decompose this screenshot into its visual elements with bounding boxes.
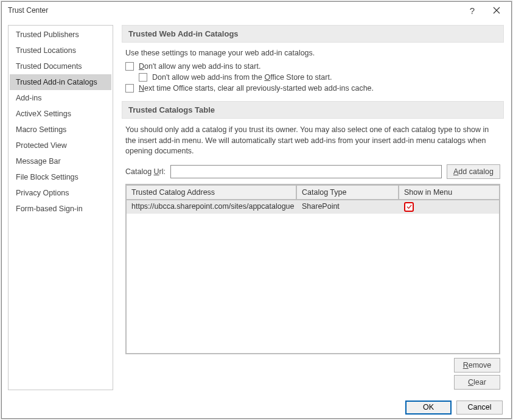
checkbox-dont-allow-addins[interactable]: Don't allow any web add-ins to start. <box>125 61 500 72</box>
col-catalog-type[interactable]: Catalog Type <box>297 186 399 200</box>
remove-button[interactable]: Remove <box>454 358 500 373</box>
sidebar-item-addins[interactable]: Add-ins <box>10 90 111 106</box>
help-button[interactable]: ? <box>460 3 484 18</box>
catalog-url-label: Catalog Url: <box>125 167 166 176</box>
sidebar-item-trusted-addin-catalogs[interactable]: Trusted Add-in Catalogs <box>10 74 111 90</box>
section-body-catalogs: You should only add a catalog if you tru… <box>122 125 504 390</box>
sidebar-item-trusted-locations[interactable]: Trusted Locations <box>10 43 111 58</box>
add-catalog-button[interactable]: Add catalog <box>447 164 500 179</box>
close-icon <box>493 7 500 14</box>
dialog-footer: OK Cancel <box>2 396 511 418</box>
titlebar: Trust Center ? <box>2 2 511 19</box>
sidebar-item-trusted-publishers[interactable]: Trusted Publishers <box>10 27 111 43</box>
catalog-url-input[interactable] <box>170 165 442 178</box>
sidebar-item-form-based-signin[interactable]: Form-based Sign-in <box>10 201 111 217</box>
show-in-menu-checkbox[interactable] <box>404 202 414 212</box>
section-body-web-addins: Use these settings to manage your web ad… <box>122 49 504 101</box>
table-body: https://ubcca.sharepoint.com/sites/appca… <box>127 200 499 353</box>
cancel-button[interactable]: Cancel <box>456 401 503 415</box>
checkmark-icon <box>406 203 413 210</box>
main-panel: Trusted Web Add-in Catalogs Use these se… <box>120 25 505 390</box>
cell-type: SharePoint <box>297 200 399 214</box>
section-header-catalogs-table: Trusted Catalogs Table <box>122 101 504 119</box>
table-header: Trusted Catalog Address Catalog Type Sho… <box>127 186 499 200</box>
catalogs-description: You should only add a catalog if you tru… <box>125 125 500 157</box>
web-addins-intro: Use these settings to manage your web ad… <box>125 49 500 57</box>
clear-button[interactable]: Clear <box>454 375 500 390</box>
cell-show-in-menu[interactable] <box>399 200 499 214</box>
dialog-title: Trust Center <box>8 6 460 15</box>
table-row[interactable]: https://ubcca.sharepoint.com/sites/appca… <box>127 200 499 214</box>
sidebar: Trusted Publishers Trusted Locations Tru… <box>8 25 113 390</box>
catalogs-table: Trusted Catalog Address Catalog Type Sho… <box>125 184 500 354</box>
checkbox-label: Don't allow web add-ins from the Office … <box>152 73 332 82</box>
checkbox-dont-allow-office-store[interactable]: Don't allow web add-ins from the Office … <box>139 72 500 83</box>
trust-center-dialog: Trust Center ? Trusted Publishers Truste… <box>1 1 512 419</box>
sidebar-item-macro-settings[interactable]: Macro Settings <box>10 122 111 138</box>
checkbox-clear-cache-next-start[interactable]: Next time Office starts, clear all previ… <box>125 83 500 94</box>
checkbox-icon <box>125 62 134 71</box>
col-show-in-menu[interactable]: Show in Menu <box>399 186 499 200</box>
checkbox-icon <box>125 84 134 93</box>
col-trusted-catalog-address[interactable]: Trusted Catalog Address <box>127 186 297 200</box>
sidebar-item-file-block-settings[interactable]: File Block Settings <box>10 169 111 185</box>
ok-button[interactable]: OK <box>405 401 452 415</box>
checkbox-label: Don't allow any web add-ins to start. <box>139 62 260 71</box>
cell-address: https://ubcca.sharepoint.com/sites/appca… <box>127 200 297 214</box>
close-button[interactable] <box>484 3 509 18</box>
sidebar-item-message-bar[interactable]: Message Bar <box>10 153 111 169</box>
checkbox-label: Next time Office starts, clear all previ… <box>139 84 374 93</box>
sidebar-item-activex-settings[interactable]: ActiveX Settings <box>10 106 111 122</box>
section-header-web-addins: Trusted Web Add-in Catalogs <box>122 25 504 43</box>
sidebar-item-trusted-documents[interactable]: Trusted Documents <box>10 58 111 74</box>
sidebar-item-privacy-options[interactable]: Privacy Options <box>10 185 111 201</box>
sidebar-item-protected-view[interactable]: Protected View <box>10 138 111 153</box>
checkbox-icon <box>139 73 147 82</box>
